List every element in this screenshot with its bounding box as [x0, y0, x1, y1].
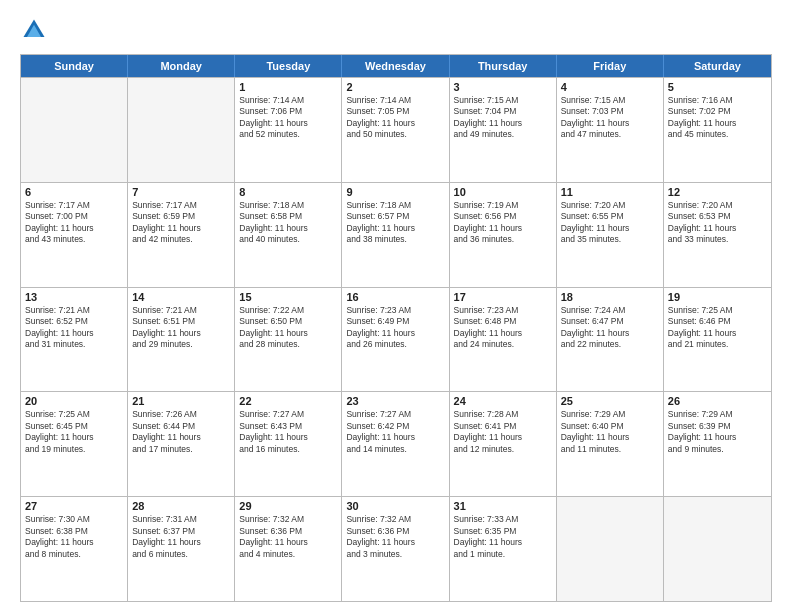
day-number: 15	[239, 291, 337, 303]
day-info: Sunrise: 7:22 AM Sunset: 6:50 PM Dayligh…	[239, 305, 337, 351]
day-number: 21	[132, 395, 230, 407]
calendar-week-2: 6Sunrise: 7:17 AM Sunset: 7:00 PM Daylig…	[21, 182, 771, 287]
calendar-cell: 31Sunrise: 7:33 AM Sunset: 6:35 PM Dayli…	[450, 497, 557, 601]
calendar-cell: 9Sunrise: 7:18 AM Sunset: 6:57 PM Daylig…	[342, 183, 449, 287]
calendar-cell: 11Sunrise: 7:20 AM Sunset: 6:55 PM Dayli…	[557, 183, 664, 287]
day-info: Sunrise: 7:27 AM Sunset: 6:42 PM Dayligh…	[346, 409, 444, 455]
day-number: 8	[239, 186, 337, 198]
day-number: 1	[239, 81, 337, 93]
day-number: 4	[561, 81, 659, 93]
day-number: 17	[454, 291, 552, 303]
calendar-cell: 22Sunrise: 7:27 AM Sunset: 6:43 PM Dayli…	[235, 392, 342, 496]
day-info: Sunrise: 7:16 AM Sunset: 7:02 PM Dayligh…	[668, 95, 767, 141]
day-number: 16	[346, 291, 444, 303]
calendar-cell	[21, 78, 128, 182]
day-number: 20	[25, 395, 123, 407]
day-info: Sunrise: 7:30 AM Sunset: 6:38 PM Dayligh…	[25, 514, 123, 560]
day-number: 6	[25, 186, 123, 198]
calendar-cell: 2Sunrise: 7:14 AM Sunset: 7:05 PM Daylig…	[342, 78, 449, 182]
header-cell-sunday: Sunday	[21, 55, 128, 77]
day-info: Sunrise: 7:33 AM Sunset: 6:35 PM Dayligh…	[454, 514, 552, 560]
day-number: 14	[132, 291, 230, 303]
calendar-cell: 13Sunrise: 7:21 AM Sunset: 6:52 PM Dayli…	[21, 288, 128, 392]
day-number: 2	[346, 81, 444, 93]
calendar-cell: 29Sunrise: 7:32 AM Sunset: 6:36 PM Dayli…	[235, 497, 342, 601]
calendar-cell: 4Sunrise: 7:15 AM Sunset: 7:03 PM Daylig…	[557, 78, 664, 182]
calendar-week-1: 1Sunrise: 7:14 AM Sunset: 7:06 PM Daylig…	[21, 77, 771, 182]
day-number: 3	[454, 81, 552, 93]
calendar-cell: 6Sunrise: 7:17 AM Sunset: 7:00 PM Daylig…	[21, 183, 128, 287]
calendar-week-3: 13Sunrise: 7:21 AM Sunset: 6:52 PM Dayli…	[21, 287, 771, 392]
calendar-cell: 3Sunrise: 7:15 AM Sunset: 7:04 PM Daylig…	[450, 78, 557, 182]
calendar-header-row: SundayMondayTuesdayWednesdayThursdayFrid…	[21, 55, 771, 77]
day-number: 19	[668, 291, 767, 303]
header-cell-tuesday: Tuesday	[235, 55, 342, 77]
page: SundayMondayTuesdayWednesdayThursdayFrid…	[0, 0, 792, 612]
day-info: Sunrise: 7:27 AM Sunset: 6:43 PM Dayligh…	[239, 409, 337, 455]
day-info: Sunrise: 7:14 AM Sunset: 7:05 PM Dayligh…	[346, 95, 444, 141]
day-number: 23	[346, 395, 444, 407]
calendar-cell	[128, 78, 235, 182]
header-cell-wednesday: Wednesday	[342, 55, 449, 77]
calendar-cell: 28Sunrise: 7:31 AM Sunset: 6:37 PM Dayli…	[128, 497, 235, 601]
day-info: Sunrise: 7:21 AM Sunset: 6:52 PM Dayligh…	[25, 305, 123, 351]
day-number: 7	[132, 186, 230, 198]
day-info: Sunrise: 7:14 AM Sunset: 7:06 PM Dayligh…	[239, 95, 337, 141]
day-info: Sunrise: 7:20 AM Sunset: 6:55 PM Dayligh…	[561, 200, 659, 246]
day-info: Sunrise: 7:23 AM Sunset: 6:49 PM Dayligh…	[346, 305, 444, 351]
calendar-cell: 12Sunrise: 7:20 AM Sunset: 6:53 PM Dayli…	[664, 183, 771, 287]
day-info: Sunrise: 7:15 AM Sunset: 7:04 PM Dayligh…	[454, 95, 552, 141]
header-cell-friday: Friday	[557, 55, 664, 77]
day-number: 26	[668, 395, 767, 407]
day-number: 25	[561, 395, 659, 407]
day-info: Sunrise: 7:20 AM Sunset: 6:53 PM Dayligh…	[668, 200, 767, 246]
day-number: 18	[561, 291, 659, 303]
calendar-cell: 10Sunrise: 7:19 AM Sunset: 6:56 PM Dayli…	[450, 183, 557, 287]
logo	[20, 16, 52, 44]
day-info: Sunrise: 7:19 AM Sunset: 6:56 PM Dayligh…	[454, 200, 552, 246]
calendar-cell: 15Sunrise: 7:22 AM Sunset: 6:50 PM Dayli…	[235, 288, 342, 392]
header	[20, 16, 772, 44]
header-cell-saturday: Saturday	[664, 55, 771, 77]
day-info: Sunrise: 7:28 AM Sunset: 6:41 PM Dayligh…	[454, 409, 552, 455]
calendar-cell	[557, 497, 664, 601]
day-info: Sunrise: 7:23 AM Sunset: 6:48 PM Dayligh…	[454, 305, 552, 351]
day-info: Sunrise: 7:29 AM Sunset: 6:40 PM Dayligh…	[561, 409, 659, 455]
calendar-body: 1Sunrise: 7:14 AM Sunset: 7:06 PM Daylig…	[21, 77, 771, 601]
day-info: Sunrise: 7:25 AM Sunset: 6:45 PM Dayligh…	[25, 409, 123, 455]
day-number: 29	[239, 500, 337, 512]
day-info: Sunrise: 7:26 AM Sunset: 6:44 PM Dayligh…	[132, 409, 230, 455]
day-info: Sunrise: 7:21 AM Sunset: 6:51 PM Dayligh…	[132, 305, 230, 351]
logo-icon	[20, 16, 48, 44]
calendar-cell: 25Sunrise: 7:29 AM Sunset: 6:40 PM Dayli…	[557, 392, 664, 496]
calendar-cell: 1Sunrise: 7:14 AM Sunset: 7:06 PM Daylig…	[235, 78, 342, 182]
day-number: 13	[25, 291, 123, 303]
calendar: SundayMondayTuesdayWednesdayThursdayFrid…	[20, 54, 772, 602]
calendar-cell: 21Sunrise: 7:26 AM Sunset: 6:44 PM Dayli…	[128, 392, 235, 496]
day-info: Sunrise: 7:32 AM Sunset: 6:36 PM Dayligh…	[346, 514, 444, 560]
calendar-cell: 7Sunrise: 7:17 AM Sunset: 6:59 PM Daylig…	[128, 183, 235, 287]
day-info: Sunrise: 7:17 AM Sunset: 7:00 PM Dayligh…	[25, 200, 123, 246]
calendar-week-4: 20Sunrise: 7:25 AM Sunset: 6:45 PM Dayli…	[21, 391, 771, 496]
calendar-cell	[664, 497, 771, 601]
calendar-week-5: 27Sunrise: 7:30 AM Sunset: 6:38 PM Dayli…	[21, 496, 771, 601]
day-number: 27	[25, 500, 123, 512]
day-info: Sunrise: 7:18 AM Sunset: 6:57 PM Dayligh…	[346, 200, 444, 246]
day-number: 24	[454, 395, 552, 407]
day-number: 31	[454, 500, 552, 512]
day-number: 10	[454, 186, 552, 198]
day-info: Sunrise: 7:17 AM Sunset: 6:59 PM Dayligh…	[132, 200, 230, 246]
day-info: Sunrise: 7:24 AM Sunset: 6:47 PM Dayligh…	[561, 305, 659, 351]
calendar-cell: 26Sunrise: 7:29 AM Sunset: 6:39 PM Dayli…	[664, 392, 771, 496]
calendar-cell: 23Sunrise: 7:27 AM Sunset: 6:42 PM Dayli…	[342, 392, 449, 496]
day-info: Sunrise: 7:29 AM Sunset: 6:39 PM Dayligh…	[668, 409, 767, 455]
header-cell-thursday: Thursday	[450, 55, 557, 77]
day-info: Sunrise: 7:31 AM Sunset: 6:37 PM Dayligh…	[132, 514, 230, 560]
day-number: 12	[668, 186, 767, 198]
calendar-cell: 14Sunrise: 7:21 AM Sunset: 6:51 PM Dayli…	[128, 288, 235, 392]
calendar-cell: 8Sunrise: 7:18 AM Sunset: 6:58 PM Daylig…	[235, 183, 342, 287]
day-info: Sunrise: 7:15 AM Sunset: 7:03 PM Dayligh…	[561, 95, 659, 141]
calendar-cell: 19Sunrise: 7:25 AM Sunset: 6:46 PM Dayli…	[664, 288, 771, 392]
day-info: Sunrise: 7:32 AM Sunset: 6:36 PM Dayligh…	[239, 514, 337, 560]
day-info: Sunrise: 7:18 AM Sunset: 6:58 PM Dayligh…	[239, 200, 337, 246]
